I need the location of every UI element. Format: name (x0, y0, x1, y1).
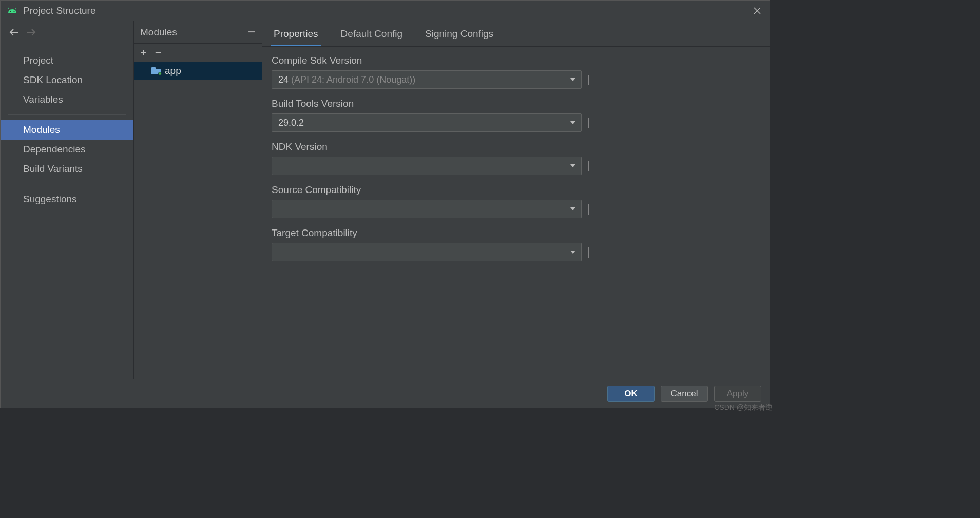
chevron-down-icon[interactable] (564, 71, 581, 88)
compile-sdk-label: Compile Sdk Version (272, 55, 760, 66)
expand-handle[interactable]: ⎸⎸ (586, 74, 591, 85)
nav-item-modules[interactable]: Modules (1, 120, 133, 140)
project-structure-dialog: Project Structure Project SDK Location V… (0, 0, 770, 408)
nav-item-project[interactable]: Project (1, 51, 133, 70)
nav-toolbar (1, 21, 133, 44)
tab-properties[interactable]: Properties (272, 22, 320, 46)
chevron-down-icon[interactable] (564, 114, 581, 131)
module-item-app[interactable]: app (134, 62, 262, 80)
main-panel: Properties Default Config Signing Config… (262, 21, 770, 379)
build-tools-label: Build Tools Version (272, 98, 760, 109)
field-target-compat: Target Compatibility ⎸⎸ (272, 227, 760, 261)
dialog-body: Project SDK Location Variables Modules D… (1, 21, 770, 379)
svg-point-1 (14, 11, 15, 12)
watermark: CSDN @知来者逆 (714, 403, 773, 412)
target-compat-label: Target Compatibility (272, 227, 760, 239)
svg-line-2 (8, 8, 9, 9)
field-build-tools: Build Tools Version 29.0.2 ⎸⎸ (272, 98, 760, 132)
expand-handle[interactable]: ⎸⎸ (586, 160, 591, 171)
collapse-icon[interactable]: − (248, 24, 256, 40)
ndk-label: NDK Version (272, 141, 760, 152)
modules-panel: Modules − + − app (134, 21, 262, 379)
ok-button[interactable]: OK (607, 386, 655, 402)
expand-handle[interactable]: ⎸⎸ (586, 117, 591, 128)
dialog-footer: OK Cancel Apply (1, 379, 770, 408)
back-button[interactable] (9, 27, 19, 37)
expand-handle[interactable]: ⎸⎸ (586, 246, 591, 258)
field-source-compat: Source Compatibility ⎸⎸ (272, 184, 760, 218)
ndk-combo[interactable] (272, 157, 582, 175)
compile-sdk-combo[interactable]: 24 (API 24: Android 7.0 (Nougat)) (272, 70, 582, 89)
nav-item-dependencies[interactable]: Dependencies (1, 140, 133, 159)
nav-separator (8, 184, 126, 184)
field-ndk: NDK Version ⎸⎸ (272, 141, 760, 175)
modules-panel-title: Modules (140, 27, 248, 38)
chevron-down-icon[interactable] (564, 243, 581, 261)
tab-signing-configs[interactable]: Signing Configs (423, 22, 495, 46)
close-button[interactable] (751, 5, 763, 17)
nav-items: Project SDK Location Variables Modules D… (1, 44, 133, 209)
tab-default-config[interactable]: Default Config (339, 22, 405, 46)
nav-item-build-variants[interactable]: Build Variants (1, 159, 133, 179)
svg-line-3 (15, 8, 16, 9)
modules-toolbar: + − (134, 44, 262, 62)
target-compat-combo[interactable] (272, 243, 582, 261)
compile-sdk-value: 24 (API 24: Android 7.0 (Nougat)) (272, 74, 564, 85)
nav-item-suggestions[interactable]: Suggestions (1, 189, 133, 209)
remove-module-button[interactable]: − (155, 47, 162, 59)
expand-handle[interactable]: ⎸⎸ (586, 203, 591, 215)
add-module-button[interactable]: + (140, 47, 147, 59)
nav-separator (8, 114, 126, 115)
module-list: app (134, 62, 262, 379)
modules-panel-header: Modules − (134, 21, 262, 44)
build-tools-combo[interactable]: 29.0.2 (272, 113, 582, 132)
tabs: Properties Default Config Signing Config… (262, 21, 770, 47)
source-compat-combo[interactable] (272, 200, 582, 218)
dialog-title: Project Structure (23, 5, 751, 16)
source-compat-label: Source Compatibility (272, 184, 760, 196)
cancel-button[interactable]: Cancel (661, 386, 708, 402)
left-nav: Project SDK Location Variables Modules D… (1, 21, 134, 379)
titlebar: Project Structure (1, 1, 770, 21)
nav-item-sdk-location[interactable]: SDK Location (1, 70, 133, 90)
module-item-label: app (165, 65, 181, 76)
android-icon (7, 7, 18, 14)
properties-form: Compile Sdk Version 24 (API 24: Android … (262, 47, 770, 270)
module-folder-icon (151, 67, 161, 74)
svg-point-0 (10, 11, 11, 12)
apply-button[interactable]: Apply (714, 386, 761, 402)
forward-button[interactable] (26, 27, 36, 37)
field-compile-sdk: Compile Sdk Version 24 (API 24: Android … (272, 55, 760, 89)
chevron-down-icon[interactable] (564, 157, 581, 175)
nav-item-variables[interactable]: Variables (1, 90, 133, 109)
chevron-down-icon[interactable] (564, 200, 581, 218)
build-tools-value: 29.0.2 (272, 118, 564, 128)
